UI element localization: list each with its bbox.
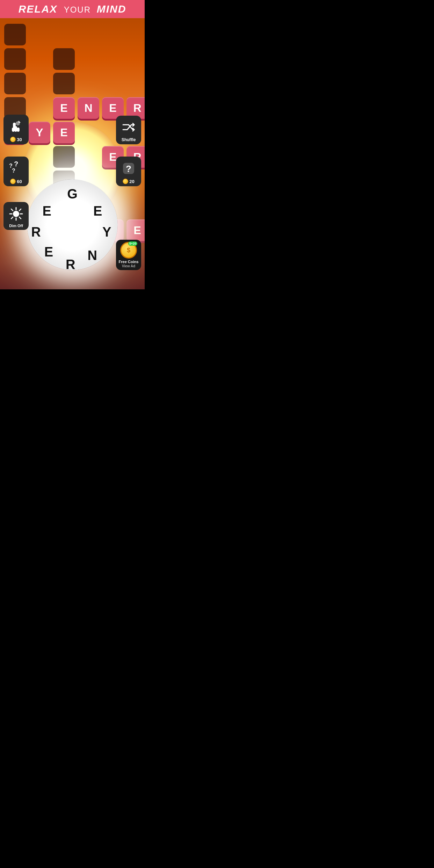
tile-E2-eye: E <box>53 122 75 143</box>
hint-cost: 30 <box>10 137 22 142</box>
svg-text:?: ? <box>14 160 18 168</box>
svg-line-17 <box>11 217 13 219</box>
tile-E-energy: E <box>53 97 75 119</box>
dim-label: Dim Off <box>9 224 23 228</box>
free-coins-button[interactable]: $ $+20 Free Coins View Ad <box>116 240 141 270</box>
header-bar: RELAX YOUR MIND <box>0 0 145 18</box>
letter-circle[interactable]: G E E R Y E N R <box>27 179 118 270</box>
empty-tile <box>4 24 26 45</box>
question-icon: ? <box>120 159 138 178</box>
coin-big-icon: $ $+20 <box>120 242 137 259</box>
question-marks-icon: ? ? ? <box>7 159 25 178</box>
reveal-letter-cost: 20 <box>123 179 134 184</box>
empty-tile <box>53 48 75 70</box>
coin-icon <box>10 179 16 184</box>
svg-text:?: ? <box>12 168 15 174</box>
circle-letter-E3[interactable]: E <box>44 245 53 260</box>
reveal-word-button[interactable]: ? ? ? 60 <box>3 157 29 186</box>
coin-icon <box>123 179 128 184</box>
svg-rect-2 <box>17 128 20 132</box>
empty-tile <box>53 73 75 94</box>
circle-letter-E2[interactable]: E <box>93 204 102 219</box>
svg-line-15 <box>19 217 21 219</box>
circle-letter-Y[interactable]: Y <box>102 224 111 239</box>
page-title: RELAX YOUR MIND <box>19 3 126 15</box>
svg-line-14 <box>11 209 13 211</box>
view-ad-label: View Ad <box>122 264 135 268</box>
finger-icon <box>7 117 25 136</box>
sun-icon <box>7 205 25 223</box>
reveal-letter-button[interactable]: ? 20 <box>116 157 141 186</box>
svg-point-9 <box>13 211 19 217</box>
circle-letter-G[interactable]: G <box>67 186 78 201</box>
circle-letter-E1[interactable]: E <box>43 204 51 219</box>
circle-letter-R2[interactable]: R <box>66 257 75 272</box>
svg-rect-3 <box>13 123 16 129</box>
tile-N-energy: N <box>78 97 99 119</box>
reveal-cost: 60 <box>10 179 22 184</box>
svg-text:?: ? <box>126 164 131 174</box>
svg-marker-5 <box>19 121 21 123</box>
tile-E-gene: E <box>126 219 145 241</box>
empty-tile <box>53 146 75 168</box>
hint-button[interactable]: 30 <box>3 115 29 144</box>
empty-tile <box>4 73 26 94</box>
tile-Y-eye: Y <box>29 122 50 143</box>
coin-icon <box>10 137 16 142</box>
dim-button[interactable]: Dim Off <box>3 202 29 230</box>
coin-badge: $+20 <box>128 241 137 246</box>
letter-circle-container: G E E R Y E N R <box>27 179 118 270</box>
free-coins-label: Free Coins <box>119 260 139 264</box>
empty-tile <box>4 48 26 70</box>
circle-letter-R1[interactable]: R <box>31 224 41 239</box>
shuffle-label: Shuffle <box>122 137 136 142</box>
shuffle-button[interactable]: Shuffle <box>116 116 141 144</box>
svg-line-16 <box>19 209 21 211</box>
shuffle-icon <box>120 118 138 137</box>
circle-letter-N[interactable]: N <box>87 248 97 263</box>
